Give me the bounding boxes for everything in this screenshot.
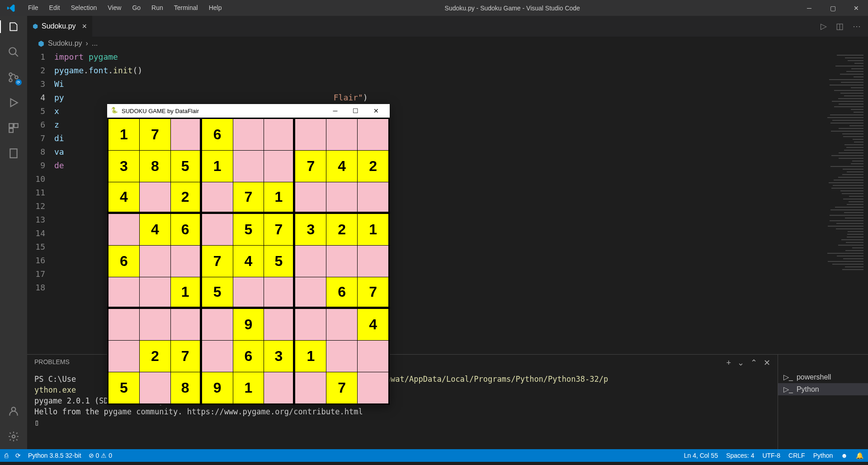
explorer-icon[interactable] [0,20,27,33]
status-cursor-position[interactable]: Ln 4, Col 55 [684,452,718,459]
sudoku-minimize-button[interactable]: ─ [325,104,345,118]
maximize-button[interactable]: ▢ [821,0,844,16]
sudoku-cell[interactable] [171,246,202,277]
sudoku-cell[interactable] [108,277,139,308]
sudoku-cell[interactable] [108,309,139,340]
sudoku-cell[interactable]: 9 [202,372,233,403]
sudoku-cell[interactable] [326,182,357,214]
minimize-button[interactable]: ─ [797,0,821,16]
search-icon[interactable] [7,46,20,58]
terminal-item-powershell[interactable]: ▷_ powershell [778,371,868,383]
sudoku-cell[interactable]: 7 [326,372,357,403]
status-eol[interactable]: CRLF [788,452,805,459]
sudoku-game-window[interactable]: 🐍 SUDOKU GAME by DataFlair ─ ☐ ✕ 1763851… [107,104,390,405]
sudoku-cell[interactable] [264,277,295,308]
sudoku-cell[interactable] [295,372,326,403]
run-button[interactable]: ▷ [821,21,827,31]
settings-gear-icon[interactable] [7,430,20,443]
sudoku-cell[interactable]: 7 [202,246,233,277]
menu-help[interactable]: Help [203,0,227,16]
sudoku-cell[interactable]: 3 [264,341,295,372]
source-control-icon[interactable]: ⟳ [7,71,20,84]
sudoku-cell[interactable] [233,119,264,150]
sudoku-cell[interactable] [140,277,170,308]
sudoku-cell[interactable] [295,119,326,150]
panel-chevron-up-icon[interactable]: ⌃ [750,358,757,368]
sudoku-title-bar[interactable]: 🐍 SUDOKU GAME by DataFlair ─ ☐ ✕ [107,104,390,118]
sudoku-cell[interactable] [295,182,326,214]
sudoku-maximize-button[interactable]: ☐ [345,104,366,118]
status-python-version[interactable]: Python 3.8.5 32-bit [28,452,81,459]
status-encoding[interactable]: UTF-8 [762,452,780,459]
sudoku-cell[interactable]: 1 [233,372,264,403]
menu-go[interactable]: Go [127,0,146,16]
minimap[interactable] [823,50,868,354]
sudoku-cell[interactable]: 8 [140,151,170,182]
sudoku-cell[interactable]: 2 [171,182,202,214]
sudoku-cell[interactable]: 1 [108,119,139,150]
sudoku-cell[interactable]: 1 [202,151,233,182]
sudoku-cell[interactable] [264,309,295,340]
remote-icon[interactable]: ⎙ [5,452,8,459]
run-debug-icon[interactable] [7,96,20,109]
sudoku-cell[interactable]: 6 [108,246,139,277]
more-actions-icon[interactable]: ⋯ [853,21,861,31]
extensions-icon[interactable] [7,122,20,134]
sync-icon[interactable]: ⟳ [15,452,21,459]
sudoku-cell[interactable] [264,119,295,150]
sudoku-cell[interactable] [326,119,357,150]
sudoku-cell[interactable] [295,246,326,277]
sudoku-cell[interactable] [358,246,388,277]
sudoku-cell[interactable] [358,182,388,214]
sudoku-cell[interactable]: 3 [108,151,139,182]
sudoku-cell[interactable]: 6 [171,214,202,245]
sudoku-cell[interactable] [358,372,388,403]
sudoku-cell[interactable] [140,372,170,403]
panel-close-icon[interactable]: ✕ [764,358,770,368]
terminal-item-python[interactable]: ▷_ Python [778,383,868,395]
sudoku-cell[interactable] [108,214,139,245]
split-editor-icon[interactable]: ◫ [836,21,844,31]
sudoku-cell[interactable] [171,309,202,340]
sudoku-cell[interactable] [358,341,388,372]
sudoku-cell[interactable]: 6 [202,119,233,150]
sudoku-cell[interactable] [202,182,233,214]
status-indentation[interactable]: Spaces: 4 [726,452,754,459]
sudoku-cell[interactable]: 5 [233,214,264,245]
panel-chevron-down-icon[interactable]: ⌄ [737,358,744,368]
tab-sudoku-py[interactable]: ⬢ Sudoku.py × [27,16,92,37]
sudoku-cell[interactable]: 2 [358,151,388,182]
sudoku-cell[interactable]: 9 [233,309,264,340]
sudoku-cell[interactable] [358,119,388,150]
menu-edit[interactable]: Edit [44,0,66,16]
sudoku-cell[interactable]: 5 [108,372,139,403]
sudoku-cell[interactable] [264,151,295,182]
sudoku-cell[interactable] [140,246,170,277]
sudoku-cell[interactable]: 4 [233,246,264,277]
sudoku-cell[interactable]: 4 [326,151,357,182]
sudoku-cell[interactable] [171,119,202,150]
sudoku-cell[interactable]: 1 [295,341,326,372]
menu-selection[interactable]: Selection [66,0,103,16]
sudoku-cell[interactable] [140,182,170,214]
sudoku-cell[interactable] [295,309,326,340]
sudoku-cell[interactable]: 2 [326,214,357,245]
panel-tab-problems[interactable]: PROBLEMS [34,358,70,368]
sudoku-cell[interactable]: 1 [171,277,202,308]
menu-file[interactable]: File [23,0,44,16]
sudoku-cell[interactable] [295,277,326,308]
sudoku-close-button[interactable]: ✕ [366,104,386,118]
sudoku-cell[interactable]: 7 [358,277,388,308]
file-icon[interactable] [7,147,20,160]
sudoku-cell[interactable] [326,309,357,340]
menu-terminal[interactable]: Terminal [169,0,203,16]
sudoku-cell[interactable]: 3 [295,214,326,245]
sudoku-cell[interactable]: 7 [140,119,170,150]
sudoku-cell[interactable] [202,309,233,340]
notifications-icon[interactable]: 🔔 [856,452,863,459]
feedback-icon[interactable]: ☻ [841,452,848,459]
sudoku-cell[interactable]: 6 [233,341,264,372]
close-button[interactable]: ✕ [844,0,868,16]
status-problems[interactable]: ⊘ 0 ⚠ 0 [89,452,113,459]
sudoku-cell[interactable]: 5 [264,246,295,277]
